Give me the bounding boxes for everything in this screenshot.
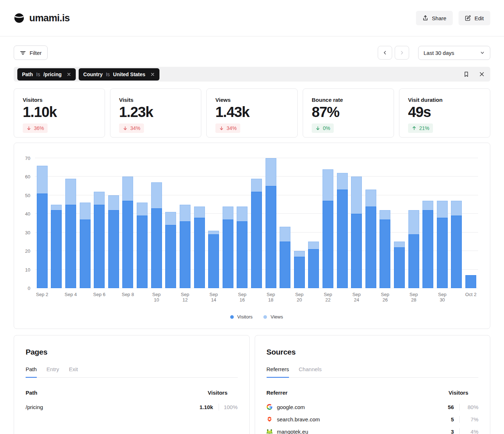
day-bar[interactable] (437, 201, 448, 288)
date-range-select[interactable]: Last 30 days (418, 46, 490, 60)
save-filter-bookmark-button[interactable] (463, 71, 469, 77)
day-bar[interactable] (280, 227, 290, 288)
day-bar[interactable] (137, 203, 148, 288)
day-bar[interactable] (94, 192, 105, 288)
filter-chip[interactable]: CountryIsUnited States (79, 68, 159, 81)
day-bar[interactable] (122, 177, 133, 288)
filter-label: Filter (30, 50, 41, 56)
google-favicon (267, 404, 272, 410)
edit-button[interactable]: Edit (459, 11, 490, 25)
chip-bar-actions (463, 71, 485, 77)
sources-col-referrer: Referrer (267, 390, 288, 396)
views-bar-segment (266, 158, 276, 186)
day-bar[interactable] (465, 275, 476, 288)
day-bar[interactable] (380, 210, 390, 288)
filter-button[interactable]: Filter (14, 45, 48, 60)
visitors-bar-segment (122, 201, 133, 288)
day-bar[interactable] (451, 201, 462, 288)
bar-column (450, 158, 464, 288)
visitors-bar-segment (108, 210, 119, 288)
referrer-row[interactable]: search.brave.com57% (267, 413, 479, 425)
toolbar: Filter Last 30 days (0, 45, 504, 60)
day-bar[interactable] (351, 177, 362, 288)
x-axis-tick-label (249, 292, 264, 303)
views-bar-segment (308, 242, 319, 249)
bar-column (178, 158, 192, 288)
day-bar[interactable] (365, 190, 376, 288)
day-bar[interactable] (394, 242, 405, 288)
x-axis-tick-label: Sep 18 (264, 292, 278, 303)
metric-value: 1.43k (215, 104, 289, 120)
sources-tab-referrers[interactable]: Referrers (267, 366, 289, 378)
visitors-bar-segment (194, 218, 205, 288)
day-bar[interactable] (237, 207, 247, 288)
x-axis-tick-label (392, 292, 407, 303)
close-icon (479, 71, 485, 77)
bar-column (249, 158, 264, 288)
pages-tab-entry[interactable]: Entry (47, 366, 59, 377)
day-bar[interactable] (323, 169, 333, 288)
y-axis-tick-label: 10 (25, 267, 30, 272)
day-bar[interactable] (180, 205, 190, 288)
metric-card: Views1.43k34% (206, 88, 298, 138)
bar-column (335, 158, 350, 288)
visitors-bar-segment (394, 247, 405, 288)
visitors-bar-segment (380, 220, 390, 288)
legend-item[interactable]: Visitors (230, 314, 253, 320)
day-bar[interactable] (308, 242, 319, 288)
row-values: 34% (451, 428, 478, 434)
day-bar[interactable] (80, 203, 91, 288)
day-bar[interactable] (208, 231, 219, 288)
legend-item[interactable]: Views (263, 314, 283, 320)
bar-column (264, 158, 278, 288)
day-bar[interactable] (223, 207, 233, 288)
day-bar[interactable] (37, 166, 48, 288)
visitors-bar-segment (51, 210, 62, 288)
filter-chip[interactable]: PathIs/pricing (17, 68, 76, 81)
day-bar[interactable] (408, 210, 419, 288)
views-bar-segment (380, 210, 390, 220)
legend-label: Views (271, 314, 283, 320)
x-axis-tick-label (78, 292, 92, 303)
x-axis-tick-label (307, 292, 321, 303)
share-label: Share (432, 15, 446, 21)
x-axis-tick-label: Sep 10 (149, 292, 164, 303)
views-bar-segment (180, 205, 190, 221)
day-bar[interactable] (251, 179, 262, 288)
clear-filters-button[interactable] (479, 71, 485, 77)
bar-column (349, 158, 364, 288)
row-visitors-count: 5 (451, 416, 454, 422)
day-bar[interactable] (337, 173, 348, 288)
visitors-bar-segment (280, 242, 290, 288)
page-row[interactable]: /pricing1.10k100% (26, 401, 238, 413)
day-bar[interactable] (294, 251, 305, 288)
frog-favicon (267, 429, 272, 434)
day-bar[interactable] (266, 158, 276, 288)
day-bar[interactable] (65, 179, 76, 288)
chevron-right-icon (399, 50, 404, 55)
day-bar[interactable] (422, 201, 433, 288)
sources-tab-channels[interactable]: Channels (299, 366, 321, 377)
metric-card: Visit duration49s21% (399, 88, 490, 138)
remove-filter-icon[interactable] (67, 72, 71, 77)
referrer-row[interactable]: mangotek.eu34% (267, 425, 479, 434)
share-button[interactable]: Share (416, 11, 453, 25)
remove-filter-icon[interactable] (150, 72, 155, 77)
day-bar[interactable] (108, 195, 119, 288)
visitors-bar-segment (437, 218, 448, 288)
metric-change-badge: 0% (312, 123, 334, 133)
metric-value: 1.10k (23, 104, 96, 120)
views-bar-segment (208, 231, 219, 234)
next-period-button[interactable] (395, 46, 409, 60)
prev-period-button[interactable] (378, 46, 392, 60)
bar-column (321, 158, 335, 288)
row-label-text: mangotek.eu (277, 429, 308, 434)
pages-tab-path[interactable]: Path (26, 366, 37, 378)
day-bar[interactable] (194, 207, 205, 288)
day-bar[interactable] (51, 205, 62, 288)
arrow-down-icon (219, 126, 224, 131)
referrer-row[interactable]: google.com5680% (267, 401, 479, 413)
day-bar[interactable] (151, 182, 162, 288)
pages-tab-exit[interactable]: Exit (69, 366, 78, 377)
day-bar[interactable] (165, 212, 176, 288)
